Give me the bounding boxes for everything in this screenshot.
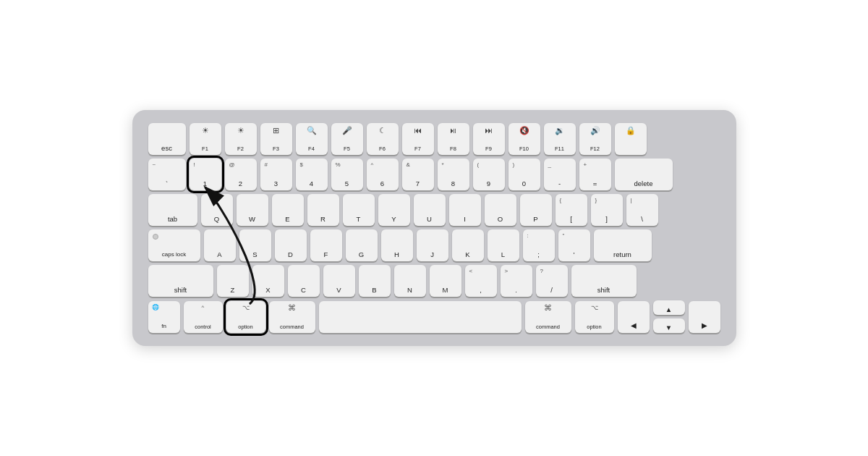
number-row: ~ ` ! 1 @ 2 # 3 $ 4	[148, 159, 720, 190]
keyboard-wrapper: esc ☀ F1 ☀ F2 ⊞ F3 🔍 F4	[36, 25, 832, 431]
zxcv-row: shift Z X C V B N M <	[148, 265, 720, 297]
key-v[interactable]: V	[323, 265, 355, 297]
key-esc[interactable]: esc	[148, 123, 186, 155]
bottom-row: fn 🌐 ^ control ⌥ option ⌘ command	[148, 300, 720, 333]
key-p[interactable]: P	[520, 194, 552, 226]
asdf-row: caps lock A S D F G H J	[148, 229, 720, 261]
key-arrow-right[interactable]: ▶	[689, 301, 720, 333]
key-tab[interactable]: tab	[148, 194, 197, 226]
key-b[interactable]: B	[359, 265, 391, 297]
key-arrow-up[interactable]: ▲	[653, 300, 685, 315]
esc-label: esc	[161, 144, 172, 152]
key-command-left[interactable]: ⌘ command	[269, 301, 315, 333]
key-4[interactable]: $ 4	[296, 159, 328, 190]
key-w[interactable]: W	[237, 194, 268, 226]
key-i[interactable]: I	[449, 194, 481, 226]
key-slash[interactable]: ? /	[536, 265, 568, 297]
key-f10[interactable]: 🔇 F10	[509, 123, 540, 155]
key-y[interactable]: Y	[378, 194, 410, 226]
key-j[interactable]: J	[417, 229, 448, 261]
fn-row: esc ☀ F1 ☀ F2 ⊞ F3 🔍 F4	[148, 123, 720, 155]
key-u[interactable]: U	[414, 194, 446, 226]
key-z[interactable]: Z	[217, 265, 249, 297]
key-2[interactable]: @ 2	[225, 159, 257, 190]
key-period[interactable]: > .	[501, 265, 532, 297]
key-equals[interactable]: + =	[579, 159, 611, 190]
key-lbracket[interactable]: { [	[556, 194, 587, 226]
key-1[interactable]: ! 1	[190, 159, 221, 190]
globe-icon: 🌐	[152, 304, 159, 311]
key-o[interactable]: O	[485, 194, 516, 226]
key-delete[interactable]: delete	[615, 159, 673, 190]
key-6[interactable]: ^ 6	[367, 159, 399, 190]
key-f8[interactable]: ⏯ F8	[438, 123, 469, 155]
key-c[interactable]: C	[288, 265, 320, 297]
key-f12[interactable]: 🔊 F12	[579, 123, 611, 155]
qwerty-row: tab Q W E R T Y U I	[148, 194, 720, 226]
key-h[interactable]: H	[381, 229, 413, 261]
key-backslash[interactable]: | \	[626, 194, 658, 226]
key-q[interactable]: Q	[201, 194, 233, 226]
key-8[interactable]: * 8	[438, 159, 469, 190]
key-arrow-updown: ▲ ▼	[653, 300, 685, 333]
key-e[interactable]: E	[272, 194, 304, 226]
key-fn[interactable]: fn 🌐	[148, 301, 180, 333]
key-return[interactable]: return	[594, 229, 652, 261]
key-f5[interactable]: 🎤 F5	[331, 123, 363, 155]
key-t[interactable]: T	[343, 194, 375, 226]
key-space[interactable]	[319, 301, 522, 333]
key-s[interactable]: S	[239, 229, 271, 261]
key-x[interactable]: X	[252, 265, 284, 297]
key-minus[interactable]: _ -	[544, 159, 576, 190]
key-r[interactable]: R	[307, 194, 339, 226]
key-shift-left[interactable]: shift	[148, 265, 213, 297]
key-k[interactable]: K	[452, 229, 484, 261]
key-5[interactable]: % 5	[331, 159, 363, 190]
key-0[interactable]: ) 0	[509, 159, 540, 190]
key-tilde[interactable]: ~ `	[148, 159, 186, 190]
key-comma[interactable]: < ,	[465, 265, 497, 297]
key-l[interactable]: L	[488, 229, 519, 261]
key-a[interactable]: A	[204, 229, 236, 261]
key-rbracket[interactable]: } ]	[591, 194, 623, 226]
key-semicolon[interactable]: : ;	[523, 229, 555, 261]
key-3[interactable]: # 3	[260, 159, 292, 190]
key-arrow-down[interactable]: ▼	[653, 318, 685, 333]
key-9[interactable]: ( 9	[473, 159, 505, 190]
key-f6[interactable]: ☾ F6	[367, 123, 399, 155]
key-lock[interactable]: 🔒	[615, 123, 647, 155]
key-f1[interactable]: ☀ F1	[190, 123, 221, 155]
key-capslock[interactable]: caps lock	[148, 229, 200, 261]
key-n[interactable]: N	[394, 265, 426, 297]
key-d[interactable]: D	[275, 229, 307, 261]
key-7[interactable]: & 7	[402, 159, 434, 190]
key-quote[interactable]: " '	[558, 229, 590, 261]
capslock-indicator	[153, 234, 158, 240]
key-control[interactable]: ^ control	[184, 301, 223, 333]
key-f3[interactable]: ⊞ F3	[260, 123, 292, 155]
key-f7[interactable]: ⏮ F7	[402, 123, 434, 155]
key-f[interactable]: F	[310, 229, 342, 261]
key-option-right[interactable]: ⌥ option	[575, 301, 614, 333]
key-g[interactable]: G	[346, 229, 378, 261]
key-m[interactable]: M	[430, 265, 461, 297]
key-arrow-left[interactable]: ◀	[618, 301, 650, 333]
key-f4[interactable]: 🔍 F4	[296, 123, 328, 155]
key-f2[interactable]: ☀ F2	[225, 123, 257, 155]
key-f11[interactable]: 🔉 F11	[544, 123, 576, 155]
keyboard: esc ☀ F1 ☀ F2 ⊞ F3 🔍 F4	[132, 110, 736, 346]
key-command-right[interactable]: ⌘ command	[525, 301, 571, 333]
key-f9[interactable]: ⏭ F9	[473, 123, 505, 155]
key-shift-right[interactable]: shift	[571, 265, 637, 297]
key-option-left[interactable]: ⌥ option	[226, 301, 265, 333]
